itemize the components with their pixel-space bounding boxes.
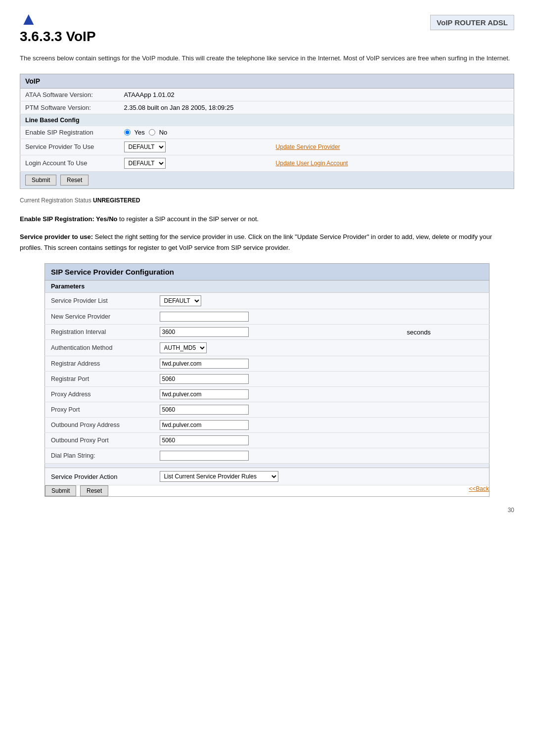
sip-proxy-port-row: Proxy Port: [45, 402, 490, 418]
sip-divider: [45, 464, 490, 468]
brand-name: VoIP ROUTER ADSL: [430, 15, 514, 30]
sip-proxy-addr-label: Proxy Address: [45, 387, 154, 402]
ptm-row: PTM Software Version: 2.35.08 built on J…: [20, 101, 514, 114]
sip-reg-interval-row: Registration Interval seconds: [45, 325, 490, 340]
ataa-value: ATAAApp 1.01.02: [119, 88, 514, 101]
sip-table: SIP Service Provider Configuration Param…: [44, 263, 490, 497]
page-title: 3.6.3.3 VoIP: [20, 29, 96, 45]
sip-action-label: Service Provider Action: [45, 468, 154, 485]
sip-dialplan-input[interactable]: [160, 451, 249, 461]
info-para-1: Enable SIP Registration: Yes/No to regis…: [20, 214, 514, 225]
description-text: The screens below contain settings for t…: [20, 53, 514, 64]
voip-reset-button[interactable]: Reset: [60, 175, 89, 186]
sip-proxy-addr-row: Proxy Address: [45, 387, 490, 402]
sip-proxy-port-label: Proxy Port: [45, 402, 154, 418]
sip-submit-button[interactable]: Submit: [45, 485, 76, 496]
registration-status: Current Registration Status UNREGISTERED: [20, 197, 514, 204]
sip-registration-row: Enable SIP Registration Yes No: [20, 126, 514, 139]
line-based-config-header: Line Based Config: [20, 114, 514, 126]
sip-proxy-addr-input[interactable]: [160, 389, 249, 399]
sip-reg-interval-suffix: seconds: [401, 325, 490, 340]
voip-table: VoIP ATAA Software Version: ATAAApp 1.01…: [20, 74, 514, 189]
sip-provider-list-label: Service Provider List: [45, 293, 154, 309]
sip-reg-no-radio[interactable]: [149, 129, 155, 136]
sip-outbound-addr-input[interactable]: [160, 420, 249, 430]
sip-auth-method-label: Authentication Method: [45, 340, 154, 356]
sip-new-provider-label: New Service Provider: [45, 309, 154, 325]
service-provider-select[interactable]: DEFAULT: [124, 142, 166, 152]
voip-submit-button[interactable]: Submit: [25, 175, 56, 186]
sip-auth-method-select[interactable]: AUTH_MD5: [160, 342, 207, 353]
sip-section-header: SIP Service Provider Configuration: [45, 264, 490, 281]
sip-reset-button[interactable]: Reset: [80, 485, 108, 496]
info-para-1-bold: Enable SIP Registration: Yes/No: [20, 215, 117, 223]
sip-reg-interval-label: Registration Interval: [45, 325, 154, 340]
service-provider-row: Service Provider To Use DEFAULT Update S…: [20, 139, 514, 155]
info-para-1-rest: to register a SIP account in the SIP ser…: [117, 215, 259, 223]
sip-outbound-addr-label: Outbound Proxy Address: [45, 418, 154, 433]
sip-registrar-addr-label: Registrar Address: [45, 356, 154, 372]
sip-reg-interval-input[interactable]: [160, 327, 249, 337]
login-account-row: Login Account To Use DEFAULT Update User…: [20, 155, 514, 171]
sip-provider-list-row: Service Provider List DEFAULT: [45, 293, 490, 309]
sip-registrar-port-input[interactable]: [160, 374, 249, 384]
login-account-label: Login Account To Use: [20, 155, 119, 171]
logo-icon: ▲: [20, 10, 38, 28]
back-link[interactable]: <<Back: [469, 485, 489, 492]
sip-reg-yes-label: Yes: [134, 129, 145, 136]
logo-title-group: ▲ 3.6.3.3 VoIP: [20, 10, 96, 45]
reg-status-value: UNREGISTERED: [93, 197, 140, 204]
service-provider-label: Service Provider To Use: [20, 139, 119, 155]
sip-reg-label: Enable SIP Registration: [20, 126, 119, 139]
ptm-label: PTM Software Version:: [20, 101, 119, 114]
sip-dialplan-label: Dial Plan String:: [45, 448, 154, 464]
update-service-provider-link[interactable]: Update Service Provider: [276, 143, 340, 150]
sip-outbound-addr-row: Outbound Proxy Address: [45, 418, 490, 433]
sip-reg-no-label: No: [159, 129, 168, 136]
sip-registrar-port-label: Registrar Port: [45, 372, 154, 387]
sip-registrar-addr-row: Registrar Address: [45, 356, 490, 372]
page-header: ▲ 3.6.3.3 VoIP VoIP ROUTER ADSL: [20, 10, 514, 45]
sip-new-provider-row: New Service Provider: [45, 309, 490, 325]
info-para-2: Service provider to use: Select the righ…: [20, 232, 514, 253]
sip-provider-list-select[interactable]: DEFAULT: [160, 295, 201, 306]
sip-action-row: Service Provider Action List Current Ser…: [45, 468, 490, 485]
voip-button-row: Submit Reset: [20, 171, 514, 189]
info-para-2-bold: Service provider to use:: [20, 233, 93, 240]
ataa-label: ATAA Software Version:: [20, 88, 119, 101]
login-account-select[interactable]: DEFAULT: [124, 158, 166, 169]
sip-registrar-addr-input[interactable]: [160, 359, 249, 369]
ptm-value: 2.35.08 built on Jan 28 2005, 18:09:25: [119, 101, 514, 114]
reg-status-label: Current Registration Status: [20, 197, 91, 204]
sip-outbound-port-label: Outbound Proxy Port: [45, 433, 154, 448]
sip-outbound-port-row: Outbound Proxy Port: [45, 433, 490, 448]
update-login-account-link[interactable]: Update User Login Account: [276, 160, 348, 167]
ataa-row: ATAA Software Version: ATAAApp 1.01.02: [20, 88, 514, 101]
subheader-label: Line Based Config: [20, 114, 514, 126]
sip-new-provider-input[interactable]: [160, 312, 249, 322]
sip-outbound-port-input[interactable]: [160, 435, 249, 445]
sip-registrar-port-row: Registrar Port: [45, 372, 490, 387]
sip-auth-method-row: Authentication Method AUTH_MD5: [45, 340, 490, 356]
sip-parameters-header: Parameters: [45, 281, 490, 293]
sip-button-row: Submit Reset <<Back: [45, 485, 490, 497]
page-number: 30: [20, 507, 514, 514]
sip-reg-yes-radio[interactable]: [124, 129, 131, 136]
sip-reg-radio-group: Yes No: [124, 129, 509, 136]
voip-section-header: VoIP: [20, 74, 514, 88]
sip-proxy-port-input[interactable]: [160, 405, 249, 415]
sip-dialplan-row: Dial Plan String:: [45, 448, 490, 464]
sip-action-select[interactable]: List Current Service Provider Rules: [160, 471, 278, 482]
